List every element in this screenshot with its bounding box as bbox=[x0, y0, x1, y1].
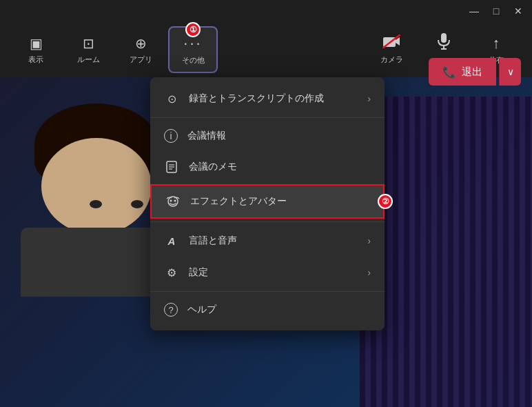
language-arrow-icon: › bbox=[367, 235, 371, 246]
menu-item-help[interactable]: ? ヘルプ bbox=[150, 295, 385, 325]
toolbar-label-view: 表示 bbox=[28, 54, 43, 65]
avatar-shirt bbox=[21, 228, 172, 297]
app-icon: ⊕ bbox=[135, 35, 147, 52]
menu-label-settings: 設定 bbox=[189, 266, 358, 279]
language-icon: A bbox=[164, 233, 179, 248]
recording-icon: ⊙ bbox=[164, 91, 179, 106]
menu-item-meeting-notes[interactable]: 会議のメモ bbox=[150, 151, 385, 183]
info-icon: i bbox=[164, 129, 178, 143]
toolbar-item-app[interactable]: ⊕ アプリ bbox=[116, 26, 165, 73]
badge-1: ① bbox=[185, 22, 201, 37]
divider-1 bbox=[150, 117, 385, 118]
avatar-eye-left bbox=[90, 200, 102, 208]
menu-item-settings[interactable]: ⚙ 設定 › bbox=[150, 257, 385, 288]
avatar-eye-right bbox=[131, 200, 143, 208]
room-icon: ⊡ bbox=[83, 35, 94, 52]
notes-icon bbox=[164, 159, 179, 175]
toolbar-item-camera[interactable]: カメラ bbox=[367, 26, 416, 73]
toolbar-item-view[interactable]: ▣ 表示 bbox=[11, 26, 61, 73]
toolbar-label-more: その他 bbox=[182, 55, 205, 66]
minimize-button[interactable]: — bbox=[466, 3, 482, 19]
phone-icon: 📞 bbox=[442, 66, 456, 79]
toolbar-label-app: アプリ bbox=[130, 54, 152, 65]
help-icon: ? bbox=[164, 303, 178, 317]
toolbar-item-room[interactable]: ⊡ ルーム bbox=[63, 26, 113, 73]
maximize-button[interactable]: □ bbox=[488, 3, 504, 19]
exit-area: 📞 退出 ∨ bbox=[429, 44, 521, 99]
svg-point-11 bbox=[170, 200, 172, 202]
menu-label-meeting-notes: 会議のメモ bbox=[189, 161, 371, 173]
view-icon: ▣ bbox=[30, 35, 43, 52]
exit-label: 退出 bbox=[462, 66, 482, 79]
menu-label-help: ヘルプ bbox=[187, 304, 371, 316]
recording-arrow-icon: › bbox=[367, 93, 371, 104]
camera-icon bbox=[382, 34, 400, 52]
avatar-face bbox=[41, 138, 152, 235]
exit-chevron-button[interactable]: ∨ bbox=[499, 58, 521, 86]
menu-label-meeting-info: 会議情報 bbox=[187, 130, 371, 142]
settings-icon: ⚙ bbox=[164, 265, 179, 280]
badge-2: ② bbox=[378, 194, 393, 209]
menu-item-effects-avatar[interactable]: エフェクトとアバター ② bbox=[150, 184, 385, 219]
menu-item-language[interactable]: A 言語と音声 › bbox=[150, 225, 385, 257]
dropdown-menu: ⊙ 録音とトランスクリプトの作成 › i 会議情報 会議のメモ bbox=[150, 77, 385, 330]
menu-label-recording: 録音とトランスクリプトの作成 bbox=[189, 92, 358, 105]
close-button[interactable]: ✕ bbox=[510, 3, 526, 19]
environment-bg bbox=[360, 97, 532, 407]
toolbar-label-camera: カメラ bbox=[380, 54, 403, 65]
effects-icon bbox=[165, 194, 181, 209]
svg-point-12 bbox=[174, 200, 176, 202]
svg-rect-3 bbox=[441, 33, 447, 43]
chevron-down-icon: ∨ bbox=[507, 66, 514, 77]
titlebar: — □ ✕ bbox=[0, 0, 532, 22]
menu-label-effects-avatar: エフェクトとアバター bbox=[190, 195, 369, 208]
toolbar: ▣ 表示 ⊡ ルーム ⊕ アプリ ① ··· その他 カメラ bbox=[0, 22, 532, 77]
toolbar-label-room: ルーム bbox=[77, 54, 100, 65]
exit-button[interactable]: 📞 退出 bbox=[429, 58, 496, 86]
menu-label-language: 言語と音声 bbox=[189, 235, 358, 247]
divider-2 bbox=[150, 221, 385, 222]
divider-3 bbox=[150, 291, 385, 292]
avatar-head bbox=[21, 103, 172, 297]
settings-arrow-icon: › bbox=[367, 267, 371, 278]
menu-item-recording[interactable]: ⊙ 録音とトランスクリプトの作成 › bbox=[150, 83, 385, 115]
toolbar-item-more[interactable]: ① ··· その他 bbox=[168, 26, 218, 73]
menu-item-meeting-info[interactable]: i 会議情報 bbox=[150, 121, 385, 151]
